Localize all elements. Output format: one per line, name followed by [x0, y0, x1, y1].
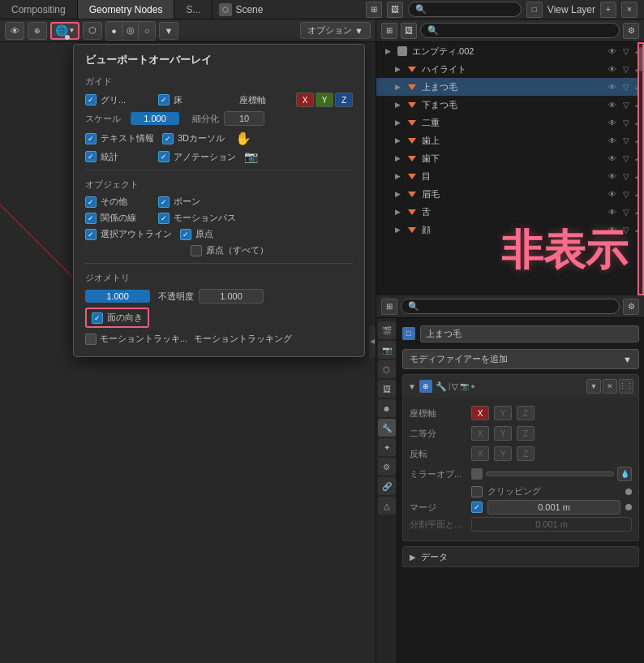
- visibility-icon-4[interactable]: 👁: [607, 117, 618, 128]
- origin-checkbox-item[interactable]: 原点: [180, 228, 245, 240]
- props-scene-icon[interactable]: 🎬: [378, 321, 396, 339]
- filter-icon-7[interactable]: ▽: [620, 170, 632, 182]
- filter-icon-2[interactable]: ▽: [620, 81, 632, 93]
- opacity-input[interactable]: 1.000: [199, 289, 264, 304]
- floor-checkbox-item[interactable]: 床: [158, 94, 223, 106]
- floor-checkbox[interactable]: [158, 94, 170, 105]
- visibility-icon-1[interactable]: 👁: [607, 63, 618, 75]
- mod-flip-y[interactable]: Y: [494, 446, 512, 461]
- text-info-checkbox[interactable]: [85, 133, 97, 144]
- visibility-icon-10[interactable]: 👁: [607, 224, 618, 235]
- filter-icon-0[interactable]: ▽: [620, 45, 632, 57]
- text-info-checkbox-item[interactable]: テキスト情報: [85, 132, 154, 144]
- annotation-checkbox[interactable]: [158, 151, 170, 162]
- cursor3d-checkbox[interactable]: [162, 133, 174, 144]
- sphere-icon-btn[interactable]: ○: [139, 22, 155, 40]
- data-section-header[interactable]: ▶ データ: [403, 547, 638, 566]
- object-name-field[interactable]: 上まつ毛: [420, 325, 639, 342]
- outliner-item-6[interactable]: ▶ 歯下 👁 ▽ ✓: [376, 149, 644, 167]
- clipping-checkbox[interactable]: [471, 486, 483, 497]
- add-view-layer-icon[interactable]: +: [600, 2, 616, 18]
- tab-geometry-nodes[interactable]: Geometry Nodes: [78, 0, 175, 19]
- scrollbar-thumb[interactable]: [639, 47, 642, 71]
- remove-view-layer-icon[interactable]: ×: [621, 2, 638, 18]
- outliner-settings-icon[interactable]: ⚙: [623, 23, 639, 39]
- outliner-item-7[interactable]: ▶ 目 👁 ▽ ✓: [376, 167, 644, 185]
- annotation-checkbox-item[interactable]: アノテーション: [158, 151, 236, 163]
- props-view-icon[interactable]: 🖼: [378, 380, 396, 398]
- visibility-icon-7[interactable]: 👁: [607, 170, 618, 182]
- mod-flip-z[interactable]: Z: [517, 446, 535, 461]
- outliner-item-0[interactable]: ▶ エンプティ.002 👁 ▽ ✓: [376, 42, 644, 60]
- visibility-icon-2[interactable]: 👁: [607, 81, 618, 93]
- subdiv-input[interactable]: 10: [224, 111, 264, 126]
- outliner-item-9[interactable]: ▶ 舌 👁 ▽ ✓: [376, 203, 644, 221]
- mod-axis-x[interactable]: X: [471, 406, 489, 420]
- face-direction-row[interactable]: 面の向き: [85, 308, 149, 328]
- outline-checkbox-item[interactable]: 選択アウトライン: [85, 228, 172, 240]
- cursor3d-checkbox-item[interactable]: 3Dカーソル: [162, 132, 227, 144]
- filter-icon-4[interactable]: ▽: [620, 117, 632, 128]
- merge-value[interactable]: 0.001 m: [487, 500, 620, 514]
- filter-icon-3[interactable]: ▽: [620, 99, 632, 110]
- image-icon[interactable]: 🖼: [387, 2, 403, 18]
- props-object-icon[interactable]: ☻: [378, 399, 396, 417]
- other-checkbox-item[interactable]: その他: [85, 196, 150, 208]
- split-plane-value[interactable]: 0.001 m: [471, 517, 632, 532]
- mod-axis-y[interactable]: Y: [494, 406, 512, 420]
- props-output-icon[interactable]: ⬡: [378, 360, 396, 378]
- bones-checkbox[interactable]: [158, 196, 170, 208]
- stats-checkbox[interactable]: [85, 151, 97, 162]
- grid-checkbox-item[interactable]: グリ...: [85, 94, 150, 106]
- filter-icon-10[interactable]: ▽: [620, 224, 632, 235]
- visibility-icon-6[interactable]: 👁: [607, 153, 618, 164]
- wireframe-input[interactable]: 1.000: [85, 290, 150, 303]
- overlay-toggle-btn[interactable]: 🌐 ▼: [50, 22, 79, 40]
- filter-icon-1[interactable]: ▽: [620, 63, 632, 75]
- outliner-scrollbar[interactable]: [638, 42, 644, 295]
- top-search[interactable]: 🔍: [408, 2, 522, 17]
- visibility-icon-5[interactable]: 👁: [607, 135, 618, 146]
- filter-icon-8[interactable]: ▽: [620, 188, 632, 200]
- origin-all-checkbox-item[interactable]: 原点（すべて）: [191, 244, 268, 256]
- motion-tracking-cb-1[interactable]: [85, 334, 97, 345]
- outliner-search[interactable]: 🔍: [420, 23, 620, 38]
- outliner-item-2[interactable]: ▶ 上まつ毛 👁 ▽ ✓: [376, 78, 644, 96]
- motionpath-checkbox[interactable]: [158, 213, 170, 224]
- relation-checkbox[interactable]: [85, 213, 97, 224]
- outliner-item-3[interactable]: ▶ 下まつ毛 👁 ▽ ✓: [376, 96, 644, 114]
- props-physics-icon[interactable]: ⚙: [378, 458, 396, 476]
- grid-checkbox[interactable]: [85, 94, 97, 105]
- circle-icon-btn[interactable]: ●: [106, 22, 122, 40]
- origin-all-checkbox[interactable]: [191, 245, 202, 256]
- mod-axis-z[interactable]: Z: [517, 406, 535, 420]
- props-data-icon[interactable]: △: [378, 497, 396, 514]
- outline-checkbox[interactable]: [85, 229, 97, 240]
- mod-bisect-y[interactable]: Y: [494, 426, 512, 441]
- mod-dots-btn[interactable]: ⋮⋮: [619, 379, 633, 394]
- shading-solid-btn[interactable]: ⬡: [83, 22, 102, 40]
- mod-bisect-z[interactable]: Z: [517, 426, 535, 441]
- filter-icon-6[interactable]: ▽: [620, 153, 632, 164]
- dropdown-shading-btn[interactable]: ▼: [159, 22, 178, 40]
- add-modifier-btn[interactable]: モディファイアーを追加 ▼: [402, 349, 639, 369]
- mod-bisect-x[interactable]: X: [471, 426, 489, 441]
- merge-checkbox[interactable]: [471, 502, 483, 513]
- mirror-eyedropper-btn[interactable]: 💧: [617, 467, 632, 481]
- face-direction-checkbox[interactable]: [92, 312, 103, 324]
- layout-icon[interactable]: ⊞: [366, 2, 382, 18]
- outliner-item-8[interactable]: ▶ 眉毛 👁 ▽ ✓: [376, 185, 644, 203]
- scale-input[interactable]: 1.000: [131, 112, 179, 125]
- outliner-item-10[interactable]: ▶ 顔 👁 ▽ ✓: [376, 221, 644, 239]
- mod-dropdown-btn[interactable]: ▼: [586, 379, 601, 394]
- visibility-icon-0[interactable]: 👁: [607, 45, 618, 57]
- filter-icon-9[interactable]: ▽: [620, 206, 632, 217]
- filter-icon-5[interactable]: ▽: [620, 135, 632, 146]
- props-particles-icon[interactable]: ✦: [378, 438, 396, 456]
- props-render-icon[interactable]: 📷: [378, 341, 396, 359]
- outliner-item-5[interactable]: ▶ 歯上 👁 ▽ ✓: [376, 131, 644, 149]
- axis-y-btn[interactable]: Y: [316, 93, 333, 107]
- viewport-shading-btn[interactable]: 👁: [5, 22, 24, 40]
- props-settings-icon[interactable]: ⚙: [623, 299, 639, 315]
- outliner-item-1[interactable]: ▶ ハイライト 👁 ▽ ✓: [376, 60, 644, 78]
